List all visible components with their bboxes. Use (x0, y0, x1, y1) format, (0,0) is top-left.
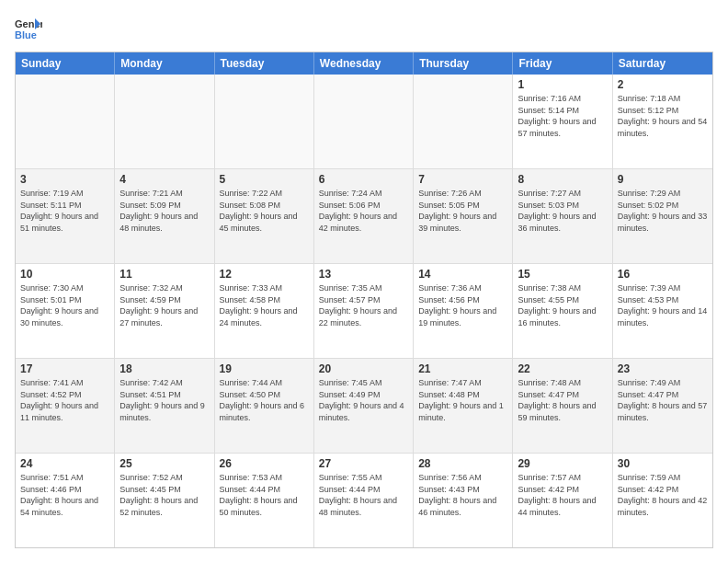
logo: General Blue (15, 15, 42, 42)
day-cell-18: 18Sunrise: 7:42 AM Sunset: 4:51 PM Dayli… (115, 359, 214, 453)
empty-cell (16, 75, 115, 168)
calendar-row-2: 3Sunrise: 7:19 AM Sunset: 5:11 PM Daylig… (16, 169, 712, 264)
day-info: Sunrise: 7:47 AM Sunset: 4:48 PM Dayligh… (418, 377, 507, 423)
day-cell-26: 26Sunrise: 7:53 AM Sunset: 4:44 PM Dayli… (215, 454, 314, 547)
day-cell-10: 10Sunrise: 7:30 AM Sunset: 5:01 PM Dayli… (16, 264, 115, 358)
calendar-header: SundayMondayTuesdayWednesdayThursdayFrid… (16, 52, 712, 75)
day-info: Sunrise: 7:26 AM Sunset: 5:05 PM Dayligh… (418, 188, 507, 234)
day-cell-9: 9Sunrise: 7:29 AM Sunset: 5:02 PM Daylig… (613, 169, 712, 263)
page: General Blue SundayMondayTuesdayWednesda… (0, 0, 728, 563)
day-cell-21: 21Sunrise: 7:47 AM Sunset: 4:48 PM Dayli… (414, 359, 513, 453)
day-info: Sunrise: 7:16 AM Sunset: 5:14 PM Dayligh… (518, 93, 607, 139)
header-day-saturday: Saturday (613, 52, 712, 75)
header: General Blue (15, 15, 713, 42)
day-info: Sunrise: 7:36 AM Sunset: 4:56 PM Dayligh… (418, 282, 507, 328)
day-cell-20: 20Sunrise: 7:45 AM Sunset: 4:49 PM Dayli… (314, 359, 414, 453)
day-number: 28 (418, 457, 507, 470)
day-number: 14 (418, 268, 507, 281)
header-day-monday: Monday (115, 52, 214, 75)
calendar-row-5: 24Sunrise: 7:51 AM Sunset: 4:46 PM Dayli… (16, 454, 712, 547)
logo-icon: General Blue (15, 15, 42, 42)
day-cell-27: 27Sunrise: 7:55 AM Sunset: 4:44 PM Dayli… (314, 454, 414, 547)
day-info: Sunrise: 7:51 AM Sunset: 4:46 PM Dayligh… (20, 472, 109, 518)
day-info: Sunrise: 7:24 AM Sunset: 5:06 PM Dayligh… (319, 188, 408, 234)
header-day-wednesday: Wednesday (314, 52, 414, 75)
header-day-thursday: Thursday (414, 52, 513, 75)
day-number: 4 (119, 173, 209, 186)
day-cell-13: 13Sunrise: 7:35 AM Sunset: 4:57 PM Dayli… (314, 264, 414, 358)
day-cell-6: 6Sunrise: 7:24 AM Sunset: 5:06 PM Daylig… (314, 169, 414, 263)
header-day-friday: Friday (513, 52, 612, 75)
day-number: 3 (20, 173, 109, 186)
day-info: Sunrise: 7:21 AM Sunset: 5:09 PM Dayligh… (119, 188, 209, 234)
day-number: 15 (518, 268, 607, 281)
day-number: 26 (220, 457, 309, 470)
day-cell-30: 30Sunrise: 7:59 AM Sunset: 4:42 PM Dayli… (613, 454, 712, 547)
day-info: Sunrise: 7:45 AM Sunset: 4:49 PM Dayligh… (319, 377, 408, 423)
day-number: 17 (20, 362, 109, 375)
day-cell-1: 1Sunrise: 7:16 AM Sunset: 5:14 PM Daylig… (513, 75, 612, 168)
calendar-body: 1Sunrise: 7:16 AM Sunset: 5:14 PM Daylig… (16, 75, 712, 547)
day-info: Sunrise: 7:22 AM Sunset: 5:08 PM Dayligh… (220, 188, 309, 234)
day-cell-22: 22Sunrise: 7:48 AM Sunset: 4:47 PM Dayli… (513, 359, 612, 453)
day-info: Sunrise: 7:53 AM Sunset: 4:44 PM Dayligh… (220, 472, 309, 518)
day-info: Sunrise: 7:59 AM Sunset: 4:42 PM Dayligh… (618, 472, 708, 518)
calendar-row-1: 1Sunrise: 7:16 AM Sunset: 5:14 PM Daylig… (16, 75, 712, 169)
day-number: 30 (618, 457, 708, 470)
day-info: Sunrise: 7:48 AM Sunset: 4:47 PM Dayligh… (518, 377, 607, 423)
empty-cell (215, 75, 314, 168)
day-number: 19 (220, 362, 309, 375)
day-number: 25 (119, 457, 209, 470)
day-number: 21 (418, 362, 507, 375)
day-cell-17: 17Sunrise: 7:41 AM Sunset: 4:52 PM Dayli… (16, 359, 115, 453)
empty-cell (414, 75, 513, 168)
day-cell-7: 7Sunrise: 7:26 AM Sunset: 5:05 PM Daylig… (414, 169, 513, 263)
day-number: 13 (319, 268, 408, 281)
day-number: 6 (319, 173, 408, 186)
day-number: 2 (618, 78, 708, 91)
day-cell-8: 8Sunrise: 7:27 AM Sunset: 5:03 PM Daylig… (513, 169, 612, 263)
calendar-row-3: 10Sunrise: 7:30 AM Sunset: 5:01 PM Dayli… (16, 264, 712, 359)
day-info: Sunrise: 7:56 AM Sunset: 4:43 PM Dayligh… (418, 472, 507, 518)
day-number: 16 (618, 268, 708, 281)
header-day-sunday: Sunday (16, 52, 115, 75)
day-number: 8 (518, 173, 607, 186)
day-cell-2: 2Sunrise: 7:18 AM Sunset: 5:12 PM Daylig… (613, 75, 712, 168)
day-number: 5 (220, 173, 309, 186)
day-cell-5: 5Sunrise: 7:22 AM Sunset: 5:08 PM Daylig… (215, 169, 314, 263)
day-info: Sunrise: 7:29 AM Sunset: 5:02 PM Dayligh… (618, 188, 708, 234)
header-day-tuesday: Tuesday (215, 52, 314, 75)
day-number: 12 (220, 268, 309, 281)
day-number: 27 (319, 457, 408, 470)
day-cell-25: 25Sunrise: 7:52 AM Sunset: 4:45 PM Dayli… (115, 454, 214, 547)
day-cell-14: 14Sunrise: 7:36 AM Sunset: 4:56 PM Dayli… (414, 264, 513, 358)
day-cell-19: 19Sunrise: 7:44 AM Sunset: 4:50 PM Dayli… (215, 359, 314, 453)
day-number: 18 (119, 362, 209, 375)
day-info: Sunrise: 7:39 AM Sunset: 4:53 PM Dayligh… (618, 282, 708, 328)
day-info: Sunrise: 7:49 AM Sunset: 4:47 PM Dayligh… (618, 377, 708, 423)
day-number: 29 (518, 457, 607, 470)
calendar-row-4: 17Sunrise: 7:41 AM Sunset: 4:52 PM Dayli… (16, 359, 712, 454)
calendar: SundayMondayTuesdayWednesdayThursdayFrid… (15, 52, 713, 548)
day-cell-3: 3Sunrise: 7:19 AM Sunset: 5:11 PM Daylig… (16, 169, 115, 263)
day-cell-23: 23Sunrise: 7:49 AM Sunset: 4:47 PM Dayli… (613, 359, 712, 453)
day-info: Sunrise: 7:57 AM Sunset: 4:42 PM Dayligh… (518, 472, 607, 518)
day-info: Sunrise: 7:44 AM Sunset: 4:50 PM Dayligh… (220, 377, 309, 423)
day-info: Sunrise: 7:32 AM Sunset: 4:59 PM Dayligh… (119, 282, 209, 328)
day-info: Sunrise: 7:41 AM Sunset: 4:52 PM Dayligh… (20, 377, 109, 423)
day-cell-4: 4Sunrise: 7:21 AM Sunset: 5:09 PM Daylig… (115, 169, 214, 263)
day-info: Sunrise: 7:27 AM Sunset: 5:03 PM Dayligh… (518, 188, 607, 234)
day-cell-11: 11Sunrise: 7:32 AM Sunset: 4:59 PM Dayli… (115, 264, 214, 358)
day-number: 10 (20, 268, 109, 281)
day-info: Sunrise: 7:33 AM Sunset: 4:58 PM Dayligh… (220, 282, 309, 328)
day-number: 11 (119, 268, 209, 281)
day-cell-15: 15Sunrise: 7:38 AM Sunset: 4:55 PM Dayli… (513, 264, 612, 358)
day-number: 20 (319, 362, 408, 375)
day-cell-29: 29Sunrise: 7:57 AM Sunset: 4:42 PM Dayli… (513, 454, 612, 547)
day-cell-16: 16Sunrise: 7:39 AM Sunset: 4:53 PM Dayli… (613, 264, 712, 358)
day-info: Sunrise: 7:30 AM Sunset: 5:01 PM Dayligh… (20, 282, 109, 328)
empty-cell (314, 75, 414, 168)
day-number: 9 (618, 173, 708, 186)
day-number: 1 (518, 78, 607, 91)
day-info: Sunrise: 7:35 AM Sunset: 4:57 PM Dayligh… (319, 282, 408, 328)
